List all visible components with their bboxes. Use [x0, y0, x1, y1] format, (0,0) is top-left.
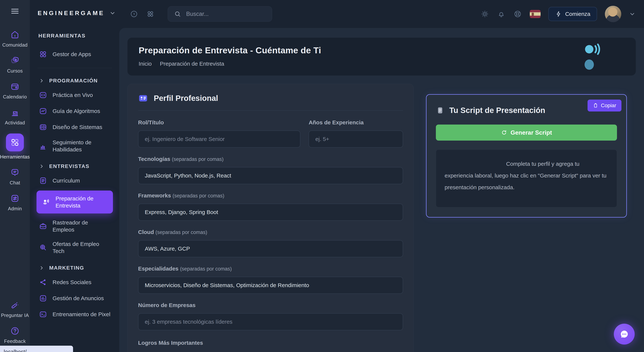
rail-item-label: Chat	[10, 180, 20, 186]
sidebar-item-gestión-de-anuncios[interactable]: Gestión de Anuncios	[36, 290, 113, 306]
input-cloud[interactable]	[138, 240, 403, 257]
profile-card-title: Perfil Profesional	[154, 94, 218, 103]
bolt-icon	[555, 11, 562, 17]
code-icon	[39, 91, 47, 99]
generate-script-label: Generar Script	[510, 129, 552, 136]
input-rol[interactable]	[138, 131, 300, 148]
document-icon	[436, 106, 444, 115]
rail-item-label: Calendario	[3, 94, 27, 100]
grid-icon	[6, 134, 24, 151]
divider	[138, 110, 403, 111]
rail-item-herramientas[interactable]: Herramientas	[0, 134, 30, 160]
field-label: Años de Experiencia	[308, 119, 403, 126]
sidebar-item-label: Seguimiento de Habilidades	[52, 139, 111, 153]
rail-item-actividad[interactable]: Actividad	[5, 108, 25, 126]
interview-speaker-illustration	[582, 43, 602, 71]
field-label: Cloud (separadas por comas)	[138, 229, 403, 235]
sidebar-item-gestor-de-apps[interactable]: Gestor de Apps	[36, 46, 113, 62]
field-esp: Especialidades (separadas por comas)	[138, 265, 403, 294]
help-icon	[10, 326, 20, 336]
rail-item-preguntar-ia[interactable]: Preguntar IA	[1, 300, 29, 318]
sidebar-item-preparación-de-entrevista[interactable]: Preparación de Entrevista	[36, 191, 113, 213]
input-tec[interactable]	[138, 167, 403, 184]
script-card: Copiar Tu Script de Presentación Generar…	[426, 94, 627, 218]
field-label: Número de Empresas	[138, 302, 403, 308]
filetext-icon	[39, 176, 47, 185]
sidebar-item-label: Guía de Algoritmos	[52, 108, 100, 115]
rail-item-label: Comunidad	[2, 42, 28, 48]
sidebar-item-seguimiento-de-habilidades[interactable]: Seguimiento de Habilidades	[36, 135, 113, 157]
sidebar-item-rastreador-de-empleos[interactable]: Rastreador de Empleos	[36, 215, 113, 237]
input-num[interactable]	[138, 313, 403, 330]
sidebar-item-label: Entrenamiento de Pixel	[52, 311, 110, 318]
sidebar-heading: HERRAMIENTAS	[38, 33, 113, 39]
rail-item-comunidad[interactable]: Comunidad	[2, 30, 28, 48]
rail-item-label: Feedback	[4, 338, 26, 344]
copy-button[interactable]: Copiar	[588, 100, 622, 112]
field-num: Número de Empresas	[138, 302, 403, 330]
search-box[interactable]	[168, 6, 272, 22]
status-url: localhost/…	[4, 349, 32, 352]
sidebar-item-label: Rastreador de Empleos	[52, 219, 111, 233]
calendar-icon	[10, 82, 20, 91]
sidebar-item-diseño-de-sistemas[interactable]: Diseño de Sistemas	[36, 119, 113, 135]
sidebar-item-label: Ofertas de Empleo Tech	[52, 240, 111, 254]
sidebar-item-currículum[interactable]: Currículum	[36, 173, 113, 189]
input-esp[interactable]	[138, 277, 403, 294]
rail-item-label: Cursos	[7, 68, 23, 74]
profile-fields: Rol/TítuloAños de ExperienciaTecnologías…	[138, 119, 403, 338]
field-label: Especialidades (separadas por comas)	[138, 265, 403, 272]
chevron-right-icon	[39, 164, 44, 169]
content-area: Preparación de Entrevista - Cuéntame de …	[119, 28, 644, 352]
sidebar-item-entrenamiento-de-pixel[interactable]: Entrenamiento de Pixel	[36, 306, 113, 322]
generate-script-button[interactable]: Generar Script	[436, 125, 617, 141]
field-tec: Tecnologías (separadas por comas)	[138, 156, 403, 184]
menu-icon[interactable]	[10, 6, 20, 16]
sidebar-divider	[37, 68, 112, 68]
chevron-right-icon	[39, 265, 44, 271]
profile-card-header: Perfil Profesional	[138, 93, 403, 103]
script-card-title: Tu Script de Presentación	[449, 106, 545, 115]
user-avatar[interactable]	[605, 6, 621, 22]
topbar: Comienza	[119, 0, 644, 28]
sidebar-section-programación[interactable]: PROGRAMACIÓN	[36, 74, 113, 87]
apps-circles-icon[interactable]	[146, 9, 155, 19]
jobsearch-icon	[39, 243, 47, 252]
search-input[interactable]	[186, 11, 266, 17]
rail-item-admin[interactable]: Admin	[8, 194, 22, 212]
rail-item-calendario[interactable]: Calendario	[3, 82, 27, 100]
rail-item-feedback[interactable]: Feedback	[4, 326, 26, 344]
script-output-panel: Completa tu perfil y agrega tu experienc…	[436, 150, 617, 207]
sidebar-item-guía-de-algoritmos[interactable]: Guía de Algoritmos	[36, 103, 113, 119]
sliders-icon	[10, 194, 20, 203]
input-anos[interactable]	[308, 131, 403, 148]
input-fw[interactable]	[138, 204, 403, 221]
avatar-chevron-down-icon[interactable]	[629, 11, 636, 17]
help-lifering-icon[interactable]	[513, 10, 522, 18]
sidebar-section-marketing[interactable]: MARKETING	[36, 261, 113, 274]
sidebar: ENGINEERGAME HERRAMIENTAS Gestor de Apps…	[30, 0, 119, 352]
browser-status-bar: localhost/…	[0, 346, 73, 352]
sidebar-section-label: MARKETING	[49, 265, 84, 271]
sidebar-item-ofertas-de-empleo-tech[interactable]: Ofertas de Empleo Tech	[36, 237, 113, 258]
theme-sun-icon[interactable]	[480, 10, 489, 18]
chat-fab-button[interactable]	[614, 324, 635, 344]
sidebar-section-label: PROGRAMACIÓN	[49, 78, 98, 84]
rail-item-chat[interactable]: Chat	[10, 168, 20, 186]
comienza-button[interactable]: Comienza	[548, 7, 597, 21]
language-flag-spain[interactable]	[530, 10, 540, 18]
uservoice-icon	[42, 198, 50, 206]
clipboard-icon	[593, 103, 598, 108]
rail-item-cursos[interactable]: Cursos	[7, 56, 23, 74]
chevron-down-icon[interactable]	[110, 10, 116, 16]
bolt-circle-icon[interactable]	[130, 10, 138, 18]
sidebar-item-redes-sociales[interactable]: Redes Sociales	[36, 274, 113, 290]
rail-item-label: Preguntar IA	[1, 312, 29, 318]
breadcrumb-inicio[interactable]: Inicio	[139, 61, 152, 67]
briefcase-icon	[39, 222, 47, 230]
sidebar-item-label: Gestor de Apps	[52, 51, 91, 58]
sidebar-section-entrevistas[interactable]: ENTREVISTAS	[36, 159, 113, 173]
notifications-bell-icon[interactable]	[497, 10, 506, 18]
sidebar-item-práctica-en-vivo[interactable]: Práctica en Vivo	[36, 87, 113, 103]
search-icon	[174, 10, 181, 18]
